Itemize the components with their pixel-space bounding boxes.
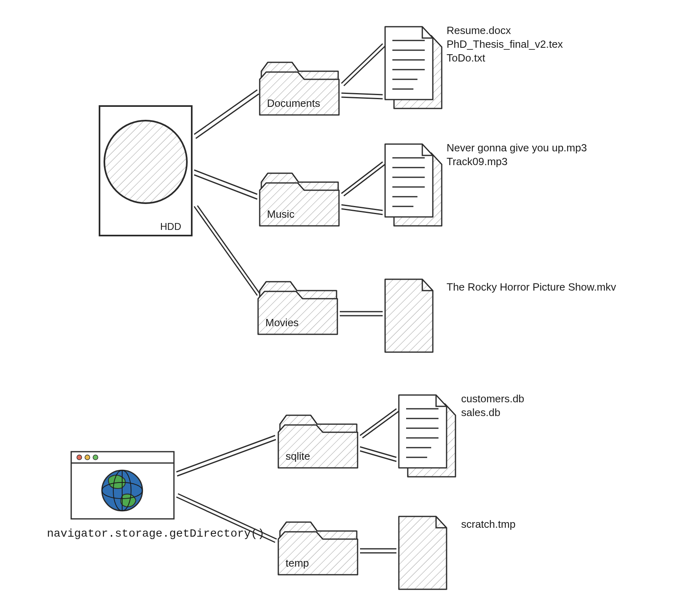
svg-line-19 <box>341 97 383 99</box>
svg-line-10 <box>194 90 257 134</box>
file-item: sales.db <box>461 406 500 418</box>
api-label: navigator.storage.getDirectory() <box>47 527 265 540</box>
file-item: Track09.mp3 <box>447 155 508 168</box>
svg-line-39 <box>360 409 396 435</box>
connector-line <box>341 44 385 99</box>
folder-documents: Documents <box>260 62 339 115</box>
file-item: The Rocky Horror Picture Show.mkv <box>447 281 616 293</box>
file-item: scratch.tmp <box>461 518 515 530</box>
folder-label: sqlite <box>286 450 310 462</box>
folder-sqlite: sqlite <box>278 415 358 468</box>
svg-line-11 <box>196 94 259 138</box>
folder-label: Music <box>267 208 294 220</box>
svg-line-21 <box>344 164 385 196</box>
svg-point-9 <box>104 121 187 203</box>
svg-line-18 <box>341 93 383 95</box>
folder-temp: temp <box>278 522 358 575</box>
svg-line-14 <box>194 206 257 295</box>
file-item: PhD_Thesis_final_v2.tex <box>447 38 563 50</box>
folder-music: Music <box>260 173 339 226</box>
svg-line-12 <box>194 170 257 194</box>
connector-line <box>176 435 277 542</box>
hdd-label: HDD <box>160 221 181 232</box>
connector-line <box>194 90 261 295</box>
svg-line-17 <box>344 46 385 86</box>
svg-point-30 <box>93 455 98 460</box>
svg-line-13 <box>194 175 257 199</box>
hdd-icon: HDD <box>100 106 192 236</box>
file-stack-icon <box>385 27 442 108</box>
file-item: Never gonna give you up.mp3 <box>447 142 587 154</box>
svg-line-36 <box>177 440 276 476</box>
file-item: customers.db <box>461 393 524 405</box>
file-icon <box>399 516 447 589</box>
file-item: ToDo.txt <box>447 52 485 64</box>
connector-line <box>360 409 399 461</box>
svg-line-20 <box>341 162 383 193</box>
folder-movies: Movies <box>258 282 337 334</box>
file-stack-icon <box>385 144 442 226</box>
svg-point-29 <box>85 455 90 460</box>
folder-label: Movies <box>265 316 299 329</box>
svg-line-16 <box>341 44 383 83</box>
connector-line <box>340 312 383 316</box>
folder-label: temp <box>286 557 309 569</box>
folder-label: Documents <box>267 97 320 109</box>
file-icon <box>385 279 433 352</box>
svg-line-35 <box>176 435 275 472</box>
svg-line-40 <box>362 411 399 438</box>
globe-icon <box>102 470 142 511</box>
svg-point-28 <box>77 455 82 460</box>
connector-line <box>341 162 385 215</box>
connector-line <box>360 549 396 553</box>
file-stack-icon <box>399 395 455 477</box>
svg-line-15 <box>197 206 261 295</box>
browser-icon <box>71 452 174 519</box>
file-item: Resume.docx <box>447 24 511 36</box>
